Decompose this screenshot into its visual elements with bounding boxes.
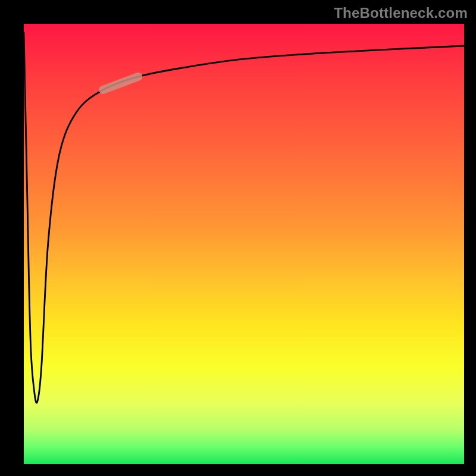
chart-curve-layer <box>24 24 464 464</box>
bottleneck-curve <box>24 33 464 403</box>
watermark-text: TheBottleneck.com <box>334 5 468 21</box>
chart-container: TheBottleneck.com <box>0 0 476 476</box>
curve-highlight <box>103 77 138 90</box>
